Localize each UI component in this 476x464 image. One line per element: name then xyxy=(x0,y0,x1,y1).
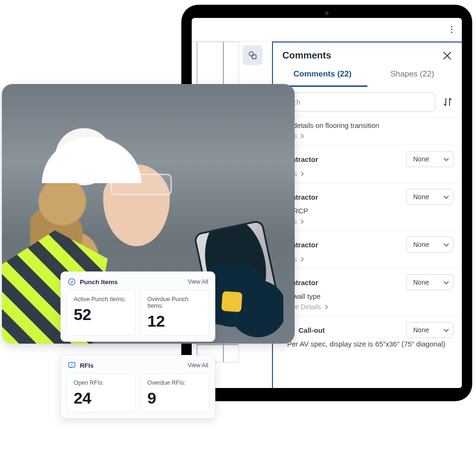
comment-body: Per AV spec, display size is 65"x36" (75… xyxy=(287,340,453,348)
comment-item[interactable]: ontractor None ails xyxy=(273,230,462,268)
chevron-right-icon xyxy=(323,304,328,309)
widget-title: Punch Items xyxy=(80,278,118,286)
status-dropdown[interactable]: None xyxy=(406,322,453,338)
close-icon[interactable] xyxy=(442,51,452,61)
comment-item[interactable]: e details on flooring transition ails xyxy=(273,118,462,145)
dropdown-value: None xyxy=(413,241,429,248)
chevron-right-icon xyxy=(299,134,304,138)
dropdown-value: None xyxy=(413,326,429,334)
more-menu-icon[interactable] xyxy=(446,24,457,35)
stat-label: Overdue RFIs: xyxy=(147,380,202,386)
sort-icon[interactable] xyxy=(441,95,454,109)
stat-box-open-rfis[interactable]: Open RFIs: 24 xyxy=(67,373,136,413)
stat-box-overdue-punch[interactable]: Overdue Punch Items: 12 xyxy=(140,290,209,336)
photo-hardhat xyxy=(21,98,162,183)
panel-title: Comments xyxy=(282,50,331,61)
rfis-widget: RFIs View All Open RFIs: 24 Overdue RFIs… xyxy=(60,355,215,419)
app-topbar xyxy=(192,18,462,42)
chevron-right-icon xyxy=(299,171,304,176)
view-all-link[interactable]: View All xyxy=(187,278,208,285)
stat-label: Active Punch Items: xyxy=(74,296,128,303)
svg-point-4 xyxy=(68,278,75,285)
punch-items-icon xyxy=(68,278,76,286)
stat-label: Overdue Punch Items: xyxy=(147,296,202,309)
status-dropdown[interactable]: None xyxy=(406,189,453,205)
stat-box-overdue-rfis[interactable]: Overdue RFIs: 9 xyxy=(140,373,209,413)
comments-list: e details on flooring transition ails on… xyxy=(273,118,462,388)
tab-shapes[interactable]: Shapes (22) xyxy=(367,64,457,87)
comments-panel: Comments Comments (22) Shapes (22) arch xyxy=(272,42,462,388)
stat-box-active-punch[interactable]: Active Punch Items: 52 xyxy=(67,290,136,336)
tablet-camera xyxy=(325,11,329,15)
comment-body: e details on flooring transition xyxy=(287,121,453,129)
chevron-down-icon xyxy=(443,194,449,199)
svg-point-0 xyxy=(249,52,254,56)
comment-author-label: Call-out xyxy=(298,326,325,334)
chevron-down-icon xyxy=(443,279,449,284)
search-input[interactable]: arch xyxy=(280,93,435,111)
comment-item[interactable]: ontractor None e wall type See Details xyxy=(273,268,462,316)
widget-title: RFIs xyxy=(80,362,94,369)
comment-item[interactable]: ontractor None ails xyxy=(273,145,462,183)
comment-item[interactable]: A Call-out None Per AV spec, display siz… xyxy=(273,316,462,353)
chevron-right-icon xyxy=(299,257,304,262)
tab-comments[interactable]: Comments (22) xyxy=(278,64,367,87)
stat-value: 24 xyxy=(74,389,128,407)
chevron-right-icon xyxy=(299,219,304,224)
stat-value: 9 xyxy=(147,389,202,407)
comment-body: e wall type xyxy=(287,292,453,300)
chevron-down-icon xyxy=(443,327,449,332)
dropdown-value: None xyxy=(413,278,429,286)
status-dropdown[interactable]: None xyxy=(406,151,453,167)
comment-item[interactable]: ontractor None e RCP ails xyxy=(273,183,462,230)
chevron-down-icon xyxy=(443,241,449,246)
chevron-down-icon xyxy=(443,156,449,161)
panel-tabs: Comments (22) Shapes (22) xyxy=(273,64,462,87)
status-dropdown[interactable]: None xyxy=(406,236,453,253)
view-all-link[interactable]: View All xyxy=(187,362,208,369)
stat-value: 52 xyxy=(74,305,128,324)
dropdown-value: None xyxy=(413,193,429,201)
shapes-tool-button[interactable] xyxy=(243,45,263,65)
status-dropdown[interactable]: None xyxy=(406,274,453,290)
dropdown-value: None xyxy=(413,155,429,163)
stat-value: 12 xyxy=(147,312,202,330)
punch-items-widget: Punch Items View All Active Punch Items:… xyxy=(60,271,215,342)
comment-body: e RCP xyxy=(287,207,453,215)
rfi-icon xyxy=(68,361,76,370)
stat-label: Open RFIs: xyxy=(74,380,128,386)
